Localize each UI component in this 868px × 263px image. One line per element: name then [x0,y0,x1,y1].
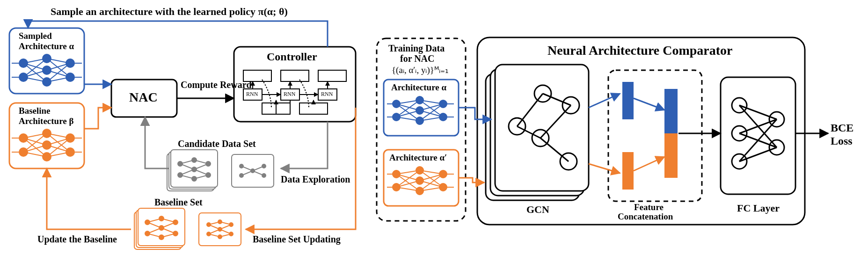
candidate-title: Candidate Data Set [178,139,256,149]
svg-line-160 [420,110,443,117]
feat-concat-l1: Feature [634,202,664,212]
sampled-l2: Architecture α [19,41,74,51]
baseline-l2: Architecture β [19,116,73,126]
training-data-l2: for NAC [400,53,435,64]
controller-title: Controller [267,51,317,63]
rnn-2: RNN [284,91,295,98]
sampled-l1: Sampled [19,31,52,41]
svg-line-19 [47,63,70,70]
svg-line-40 [23,145,47,152]
compute-reward-label: Compute Reward [181,80,252,90]
svg-line-178 [396,181,420,187]
svg-rect-202 [622,152,634,190]
training-data-formula: {(aᵢ, α′ᵢ, yᵢ)}ᴹᵢ₌₁ [392,65,449,75]
svg-line-37 [23,138,47,145]
fc-layer-label: FC Layer [737,202,780,214]
data-exploration-label: Data Exploration [281,174,350,185]
bce-l1: BCE [831,122,853,134]
svg-line-206 [634,157,664,171]
rnn-1: RNN [246,91,258,98]
svg-line-43 [47,138,70,145]
svg-line-184 [420,181,443,187]
rnn-3: RNN [321,91,333,98]
arch-alpha-label: Architecture α [391,82,446,93]
baseline-l1: Baseline [19,106,51,116]
bce-l2: Loss [831,135,853,147]
svg-line-181 [420,174,443,181]
caption-sample-policy: Sample an architecture with the learned … [51,6,288,18]
svg-line-157 [420,104,443,110]
baseline-set-updating-label: Baseline Set Updating [253,234,341,245]
svg-rect-204 [664,133,678,178]
svg-line-13 [23,63,47,70]
svg-rect-203 [664,89,678,133]
baseline-set-title: Baseline Set [154,197,203,208]
svg-line-22 [47,70,70,77]
svg-line-175 [396,174,420,181]
svg-line-219 [589,94,620,108]
svg-line-220 [589,164,620,173]
svg-line-16 [23,70,47,77]
gcn-label: GCN [526,204,549,216]
svg-rect-51 [281,70,309,81]
svg-rect-54 [299,103,328,114]
svg-line-154 [396,110,420,117]
svg-rect-201 [622,82,634,119]
update-baseline-label: Update the Baseline [37,234,117,245]
nac-full-title: Neural Architecture Comparator [547,43,733,58]
svg-line-46 [47,145,70,152]
arch-alpha-prime-label: Architecture α′ [389,153,447,163]
feat-concat-l2: Concatenation [618,212,673,222]
training-data-l1: Training Data [388,43,445,54]
svg-line-205 [634,98,664,110]
nac-label: NAC [129,90,158,105]
svg-rect-52 [318,70,346,81]
svg-line-151 [396,104,420,110]
